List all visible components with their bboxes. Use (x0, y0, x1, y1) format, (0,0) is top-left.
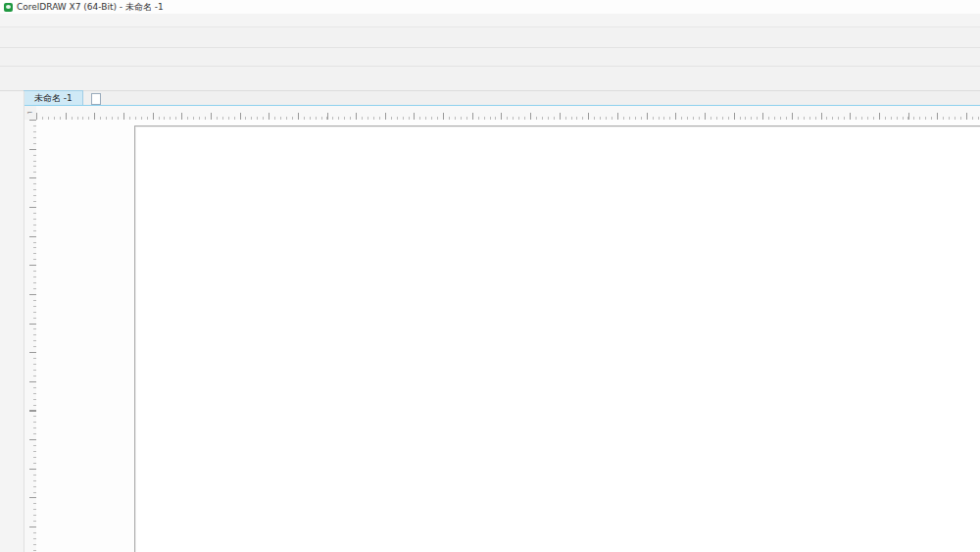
coreldraw-logo-icon (4, 3, 13, 12)
window-title: CorelDRAW X7 (64-Bit) - 未命名 -1 (17, 1, 164, 14)
ruler-origin-button[interactable]: ⌐ (24, 106, 37, 121)
macro-toolbar (0, 48, 980, 67)
vertical-ruler[interactable] (24, 120, 37, 552)
toolbox (0, 91, 24, 552)
title-bar: CorelDRAW X7 (64-Bit) - 未命名 -1 (0, 0, 980, 14)
tab-page-icon[interactable] (91, 93, 101, 105)
canvas-drawing-layer[interactable] (36, 120, 980, 552)
coreldraw-window: CorelDRAW X7 (64-Bit) - 未命名 -1 未命名 -1 ⌐ (0, 0, 980, 552)
vruler-major-ticks (29, 120, 36, 552)
hruler-major-ticks (36, 113, 980, 120)
horizontal-ruler[interactable] (36, 106, 980, 121)
document-tab[interactable]: 未命名 -1 (24, 90, 83, 105)
property-bar (0, 67, 980, 91)
standard-toolbar (0, 27, 980, 48)
menu-bar (0, 14, 980, 27)
document-tab-bar: 未命名 -1 (24, 91, 980, 105)
document-tab-label: 未命名 -1 (34, 92, 73, 105)
